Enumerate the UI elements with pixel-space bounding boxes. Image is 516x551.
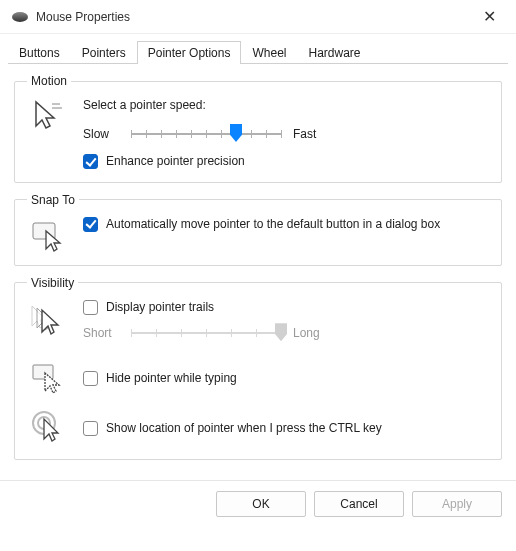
enhance-precision-label: Enhance pointer precision: [106, 154, 245, 170]
snap-to-icon: [30, 217, 66, 253]
speed-fast-label: Fast: [293, 127, 329, 141]
cancel-button[interactable]: Cancel: [314, 491, 404, 517]
group-motion: Motion Select a pointer speed: Slow: [14, 74, 502, 183]
speed-slow-label: Slow: [83, 127, 119, 141]
hide-typing-checkbox[interactable]: [83, 371, 98, 386]
group-visibility: Visibility Display pointer trails Short: [14, 276, 502, 461]
tab-wheel[interactable]: Wheel: [241, 41, 297, 64]
pointer-trails-checkbox[interactable]: [83, 300, 98, 315]
pointer-speed-label: Select a pointer speed:: [83, 98, 489, 112]
trails-long-label: Long: [293, 326, 329, 340]
ok-button[interactable]: OK: [216, 491, 306, 517]
tab-strip: Buttons Pointers Pointer Options Wheel H…: [0, 34, 516, 63]
enhance-precision-checkbox[interactable]: [83, 154, 98, 169]
hide-typing-icon: [30, 359, 66, 395]
window-title: Mouse Properties: [36, 10, 130, 24]
mouse-app-icon: [12, 12, 28, 22]
ctrl-locate-icon: [30, 409, 66, 445]
snap-to-label: Automatically move pointer to the defaul…: [106, 217, 440, 233]
tab-pointers[interactable]: Pointers: [71, 41, 137, 64]
trails-short-label: Short: [83, 326, 119, 340]
pointer-speed-slider[interactable]: [131, 122, 281, 146]
ctrl-locate-label: Show location of pointer when I press th…: [106, 421, 382, 437]
tab-hardware[interactable]: Hardware: [297, 41, 371, 64]
close-button[interactable]: ✕: [475, 5, 504, 28]
tab-buttons[interactable]: Buttons: [8, 41, 71, 64]
hide-typing-label: Hide pointer while typing: [106, 371, 237, 387]
group-snap-legend: Snap To: [27, 193, 79, 207]
apply-button[interactable]: Apply: [412, 491, 502, 517]
snap-to-checkbox[interactable]: [83, 217, 98, 232]
dialog-button-row: OK Cancel Apply: [0, 480, 516, 527]
titlebar: Mouse Properties ✕: [0, 0, 516, 34]
group-visibility-legend: Visibility: [27, 276, 78, 290]
group-snap-to: Snap To Automatically move pointer to th…: [14, 193, 502, 266]
ctrl-locate-checkbox[interactable]: [83, 421, 98, 436]
group-motion-legend: Motion: [27, 74, 71, 88]
cursor-speed-icon: [30, 98, 66, 134]
pointer-trails-label: Display pointer trails: [106, 300, 214, 316]
tab-content: Motion Select a pointer speed: Slow: [0, 64, 516, 480]
tab-pointer-options[interactable]: Pointer Options: [137, 41, 242, 64]
pointer-trails-icon: [30, 304, 66, 340]
pointer-trails-slider: [131, 321, 281, 345]
